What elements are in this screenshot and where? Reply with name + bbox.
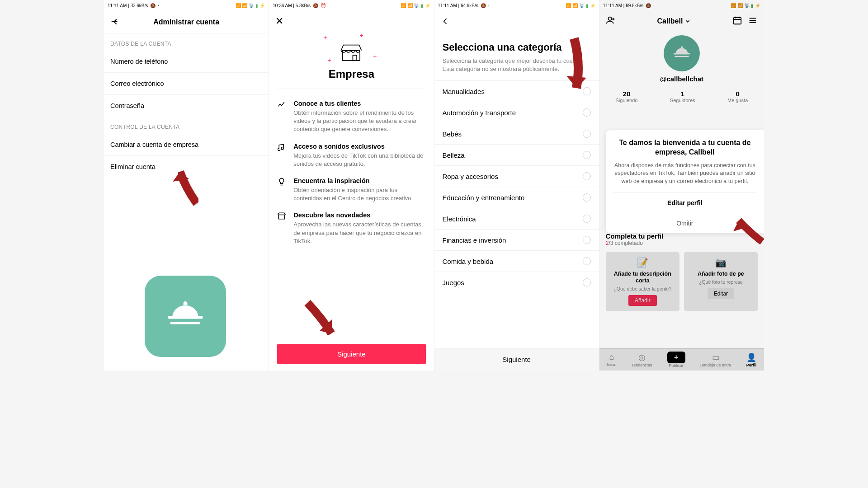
tab-inbox[interactable]: ▭Bandeja de entra bbox=[700, 352, 731, 367]
header bbox=[434, 11, 599, 33]
clock: 11:11 AM | 69.8kB/s bbox=[603, 3, 643, 8]
skip-button[interactable]: Omitir bbox=[613, 213, 757, 233]
signal-icon: 📶 📶 📡 bbox=[566, 3, 585, 8]
radio-icon bbox=[583, 257, 591, 265]
analytics-icon bbox=[277, 100, 287, 134]
cat-item[interactable]: Comida y bebida bbox=[434, 250, 599, 272]
row-switch-business[interactable]: Cambiar a cuenta de empresa bbox=[104, 134, 269, 156]
tab-trends[interactable]: ◎Tendencias bbox=[632, 352, 652, 367]
back-chevron-icon[interactable] bbox=[441, 17, 452, 28]
section-account-data: DATOS DE LA CUENTA bbox=[104, 33, 269, 51]
add-bio-button[interactable]: Añadir bbox=[628, 295, 657, 306]
radio-icon bbox=[583, 108, 591, 117]
mute-icon: 🔕 bbox=[313, 3, 318, 8]
menu-icon[interactable] bbox=[748, 15, 758, 27]
account-switcher[interactable]: Callbell bbox=[657, 17, 691, 25]
card-photo: 📷 Añadir foto de pe ¿Qué foto te represe… bbox=[684, 252, 758, 311]
radio-icon bbox=[583, 130, 591, 138]
cat-item[interactable]: Bebés bbox=[434, 123, 599, 144]
cat-item[interactable]: Ropa y accesorios bbox=[434, 165, 599, 187]
battery-icon: ▮ bbox=[421, 3, 424, 8]
music-icon bbox=[277, 143, 287, 168]
row-phone[interactable]: Número de teléfono bbox=[104, 51, 269, 73]
clock: 11:11 AM | 64.9kB/s bbox=[438, 3, 478, 8]
category-list: Manualidades Automoción y transporte Beb… bbox=[434, 80, 599, 293]
status-bar: 11:11 AM | 69.8kB/s 🔕 · 📶 📶 📡▮⚡ bbox=[599, 0, 764, 11]
next-button[interactable]: Siguiente bbox=[434, 348, 599, 371]
camera-icon: 📷 bbox=[688, 257, 754, 268]
status-bar: 10:36 AM | 5.3kB/s 🔕 ⏰ 📶 📶 📡▮⚡ bbox=[269, 0, 434, 11]
cat-item[interactable]: Automoción y transporte bbox=[434, 102, 599, 123]
clock: 11:11 AM | 33.6kB/s bbox=[108, 3, 148, 8]
edit-photo-button[interactable]: Editar bbox=[708, 288, 734, 299]
cat-item[interactable]: Belleza bbox=[434, 144, 599, 165]
bottom-tabbar: ⌂Inicio ◎Tendencias +Publicar ▭Bandeja d… bbox=[599, 348, 764, 371]
status-bar: 11:11 AM | 33.6kB/s 🔕 · 📶 📶 📡▮⚡ bbox=[104, 0, 269, 11]
page-title: Selecciona una categoría bbox=[434, 33, 599, 57]
svg-rect-1 bbox=[734, 18, 741, 24]
signal-icon: 📶 📶 📡 bbox=[236, 3, 255, 8]
stat-followers[interactable]: 1Seguidores bbox=[670, 90, 695, 103]
inbox-icon: ▭ bbox=[700, 352, 731, 362]
radio-icon bbox=[583, 151, 591, 159]
screen-profile-welcome: 11:11 AM | 69.8kB/s 🔕 · 📶 📶 📡▮⚡ Callbell… bbox=[599, 0, 764, 371]
handle: @callbellchat bbox=[599, 75, 764, 87]
battery-icon: ▮ bbox=[751, 3, 754, 8]
row-email[interactable]: Correo electrónico bbox=[104, 73, 269, 95]
feature-analytics: Conoce a tus clientesObtén información s… bbox=[269, 95, 434, 138]
battery-icon: ▮ bbox=[586, 3, 589, 8]
page-title: Administrar cuenta bbox=[121, 18, 251, 26]
radio-icon bbox=[583, 278, 591, 286]
feature-inspiration: Encuentra la inspiraciónObtén orientació… bbox=[269, 173, 434, 207]
complete-profile-section: Completa tu perfil 2/3 completado 📝 Añad… bbox=[599, 226, 764, 318]
alarm-icon: ⏰ bbox=[321, 3, 326, 8]
cat-item[interactable]: Educación y entrenamiento bbox=[434, 187, 599, 208]
section-account-control: CONTROL DE LA CUENTA bbox=[104, 117, 269, 134]
edit-profile-button[interactable]: Editar perfil bbox=[613, 192, 757, 213]
cat-item[interactable]: Manualidades bbox=[434, 80, 599, 102]
stat-likes[interactable]: 0Me gusta bbox=[727, 90, 748, 103]
header: Administrar cuenta bbox=[104, 11, 269, 33]
row-password[interactable]: Contraseña bbox=[104, 95, 269, 117]
clock: 10:36 AM | 5.3kB/s bbox=[273, 3, 311, 8]
svg-point-0 bbox=[608, 17, 611, 20]
chevron-down-icon bbox=[684, 18, 691, 24]
mute-icon: 🔕 bbox=[150, 3, 156, 8]
status-bar: 11:11 AM | 64.9kB/s 🔕 · 📶 📶 📡▮⚡ bbox=[434, 0, 599, 11]
radio-icon bbox=[583, 236, 591, 244]
radio-icon bbox=[583, 172, 591, 180]
row-delete-account[interactable]: Eliminar cuenta bbox=[104, 156, 269, 178]
feature-sounds: Acceso a sonidos exclusivosMejora tus vi… bbox=[269, 138, 434, 173]
profile-icon: 👤 bbox=[746, 352, 757, 362]
mute-icon: 🔕 bbox=[646, 3, 651, 8]
tab-publish[interactable]: +Publicar bbox=[667, 352, 685, 368]
stats-row: 20Siguiendo 1Seguidores 0Me gusta bbox=[599, 87, 764, 110]
tab-home[interactable]: ⌂Inicio bbox=[607, 352, 616, 367]
avatar[interactable] bbox=[664, 35, 700, 71]
battery-icon: ▮ bbox=[255, 3, 258, 8]
cat-item[interactable]: Juegos bbox=[434, 272, 599, 293]
note-icon: 📝 bbox=[609, 257, 676, 268]
cat-item[interactable]: Electrónica bbox=[434, 208, 599, 229]
home-icon: ⌂ bbox=[607, 352, 616, 362]
add-user-icon[interactable] bbox=[606, 15, 616, 27]
calendar-icon[interactable] bbox=[732, 15, 742, 27]
welcome-modal: Te damos la bienvenida a tu cuenta de em… bbox=[606, 130, 764, 233]
signal-icon: 📶 📶 📡 bbox=[731, 3, 750, 8]
radio-icon bbox=[583, 87, 591, 95]
screen-select-category: 11:11 AM | 64.9kB/s 🔕 · 📶 📶 📡▮⚡ Seleccio… bbox=[434, 0, 599, 371]
callbell-logo-icon bbox=[145, 276, 226, 357]
screen-manage-account: 11:11 AM | 33.6kB/s 🔕 · 📶 📶 📡▮⚡ Administ… bbox=[104, 0, 269, 371]
store-small-icon bbox=[277, 211, 287, 245]
next-button[interactable]: Siguiente bbox=[277, 344, 425, 364]
screen-business-intro: 10:36 AM | 5.3kB/s 🔕 ⏰ 📶 📶 📡▮⚡ ✕ + + + +… bbox=[269, 0, 434, 371]
stat-following[interactable]: 20Siguiendo bbox=[615, 90, 637, 103]
cat-item[interactable]: Financias e inversión bbox=[434, 229, 599, 250]
card-bio: 📝 Añade tu descripción corta ¿Qué debe s… bbox=[606, 252, 679, 311]
plus-icon: + bbox=[667, 352, 685, 363]
close-icon[interactable]: ✕ bbox=[269, 11, 434, 32]
back-arrow-icon[interactable] bbox=[110, 17, 121, 28]
radio-icon bbox=[583, 215, 591, 223]
lightbulb-icon bbox=[277, 177, 287, 202]
tab-profile[interactable]: 👤Perfil bbox=[746, 352, 757, 367]
